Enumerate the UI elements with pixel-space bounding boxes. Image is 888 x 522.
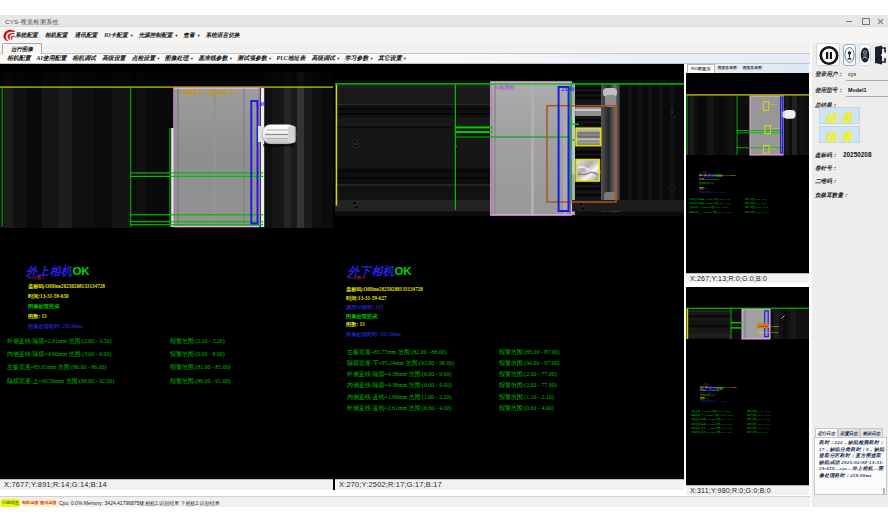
needle-number-label: 卷针号：	[815, 165, 837, 173]
admin-button[interactable]	[859, 44, 871, 66]
dropdown-arrow-icon: ▼	[175, 34, 179, 38]
result-box-top: 结果	[819, 107, 860, 124]
user-underline	[846, 80, 888, 81]
preview-panel-bottom[interactable]: 隔膜宽度-下 95.24mm 95.24mm 范围:(93.00 - 98.00…	[686, 287, 809, 495]
menu-item[interactable]: IO卡配置▼	[103, 30, 134, 42]
menu-bar: 系统配置 相机配置 通讯配置 IO卡配置▼ 光源控制配置▼ 查看▼ 系统语言切换	[0, 27, 888, 44]
minimize-icon[interactable]	[844, 16, 854, 26]
toolbar-item[interactable]: 相机配置	[7, 54, 32, 63]
dropdown-arrow-icon: ▼	[130, 34, 134, 38]
mini-info-line: 盘标码:Offline20250208133134728	[699, 174, 736, 177]
measurement-rows: 左极宽度=83.77mm 范围:(82.00 - 88.00)报警范围:(83.…	[347, 348, 454, 416]
menu-item[interactable]: 系统配置	[14, 30, 41, 42]
measurement-row: 左极宽度=83.05mm 范围:(80.00 - 86.00)报警范围:(81.…	[7, 363, 114, 376]
qr-code-label: 二维码：	[815, 178, 837, 186]
user-icon	[844, 45, 855, 65]
ng-annotation-highlight: 95.24mm	[757, 324, 769, 328]
left-camera-panel[interactable]: 下部阈值:93, 动态阈值:100 3.46 外上相机OK NG次数:1 盘标码…	[0, 64, 333, 490]
pause-icon	[818, 45, 840, 66]
measurement-row: 内侧直线-隔膜=4.60mm 范围:(3.00 - 6.00)报警范围:(0.0…	[7, 350, 114, 363]
exit-door-icon	[873, 44, 888, 66]
log-tab-run[interactable]: 运行日志	[815, 428, 838, 437]
preview-tab-quality-1[interactable]: 画质查看图	[715, 64, 740, 73]
log-scrollbar[interactable]	[883, 488, 885, 495]
toolbar-item[interactable]: 相机调试	[72, 54, 97, 63]
mini-info-line: 图像处理完成	[699, 182, 714, 185]
dropdown-arrow-icon: ▼	[336, 57, 340, 61]
toolbar-item[interactable]: 高级设置	[102, 54, 127, 63]
toolbar-item[interactable]: AI使用配置	[37, 54, 68, 63]
mini-info-line: 图像处理耗时: 256.00ms	[699, 191, 725, 194]
user-label: 登录用户：	[815, 71, 843, 79]
info-line: 盘标码:Offline20250208133134728	[28, 283, 105, 290]
pause-button[interactable]	[816, 43, 840, 66]
measurement-row: 内侧直线-隔膜=4.38mm 范围:(0.00 - 9.00)报警范围:(2.0…	[347, 381, 454, 392]
toolbar-item[interactable]: 基准线参数▼	[198, 54, 233, 63]
camera-result-status: 上相机1:识别结果 下相机1:识别结果	[140, 500, 220, 506]
preview-tab-ng[interactable]: NG图显示	[687, 64, 715, 73]
defect-label: 3.08 0.9	[770, 147, 778, 150]
dropdown-arrow-icon: ▼	[403, 57, 407, 61]
close-icon[interactable]	[875, 16, 885, 26]
maximize-icon[interactable]	[860, 16, 870, 26]
ng-annotation-2: 95.24mm	[770, 325, 780, 328]
model-underline	[846, 96, 888, 97]
dropdown-arrow-icon: ▼	[190, 57, 194, 61]
info-line: 盘标码:Offline20250208133134728	[346, 286, 423, 293]
log-panel[interactable]: 耗时：222，缺陷检测耗时：17，缺陷分类耗时：0，缺陷提取分区耗时：直方图提取…	[814, 437, 887, 495]
log-tab-error[interactable]: 错误日志	[860, 428, 883, 437]
user-value[interactable]: cys	[848, 71, 856, 77]
toolbar-item[interactable]: PLC地址表	[277, 54, 307, 63]
login-user-button[interactable]	[843, 44, 856, 66]
menu-item[interactable]: 相机配置	[44, 30, 71, 42]
toolbar-item[interactable]: 测试项参数▼	[237, 54, 272, 63]
menu-item[interactable]: 系统语言切换	[204, 30, 242, 42]
menu-item[interactable]: 通讯配置	[74, 30, 101, 42]
menu-item[interactable]: 光源控制配置▼	[137, 30, 179, 42]
toolbar-item[interactable]: 点检设置▼	[131, 54, 160, 63]
info-line: 调用AI耗时: 165	[346, 304, 383, 311]
tab-run-image[interactable]: 运行图像	[2, 43, 42, 54]
toolbar-item[interactable]: 高级调试▼	[311, 54, 340, 63]
dropdown-arrow-icon: ▼	[229, 57, 233, 61]
cursor-position-footer: X:270;Y:2502;R:17;G:17;B:17	[335, 479, 684, 490]
info-line: 图像处理完成	[346, 313, 377, 320]
measurement-row: 外侧直线-直线=2.61mm 范围:(0.60 - 4.00)报警范围:(0.6…	[347, 404, 454, 415]
info-line: 图像处理耗时: 183.00ms	[346, 331, 401, 338]
measurement-rows: 外侧直线-隔膜=2.91mm 范围:(2.00 - 3.50)报警范围:(2.2…	[7, 337, 114, 390]
mini-measurement-rows: 外侧直线-隔膜=2.91mm 范围:(2.00 - 3.50)报警范围:(2.2…	[689, 198, 731, 215]
admin-user-icon	[860, 45, 870, 65]
right-sidebar: 登录用户： cys 使用型号： Model1 总结果： 结果 结果 盘标码： 2…	[810, 43, 888, 507]
menu-item[interactable]: 查看▼	[182, 30, 201, 42]
info-line: 图数: 13	[346, 321, 365, 328]
camera-image-top	[0, 64, 333, 230]
measurement-row: 隔膜宽度-上=90.56mm 范围:(88.00 - 92.00)报警范围:(8…	[7, 377, 114, 390]
preview-tab-quality-2[interactable]: 画质查看图	[740, 64, 765, 73]
info-line: 时间:13-31-59-650	[28, 293, 69, 300]
dropdown-arrow-icon: ▼	[197, 34, 201, 38]
preview-image-bottom	[686, 287, 809, 341]
threshold-overlay-label: 下部阈值:93, 动态阈值:100	[178, 89, 236, 95]
cursor-position-footer: X:267;Y:13;R:0;G:0;B:0	[686, 273, 809, 283]
preview-panel-top[interactable]: 2.46 0.8 1.52 0.6 3.08 0.9 外上相机OK NG次数:1…	[686, 73, 809, 283]
heartbeat-status-badge: 心跳信息	[1, 499, 20, 507]
exit-button[interactable]	[873, 44, 888, 66]
model-label: 使用型号：	[815, 87, 843, 95]
model-value[interactable]: Model1	[848, 87, 867, 93]
measurement-row: 外侧直线-隔膜=4.38mm 范围:(0.00 - 9.00)报警范围:(2.0…	[347, 370, 454, 381]
ai-box-label: AI检测框	[494, 84, 515, 90]
log-tab-settings[interactable]: 设置日志	[838, 428, 861, 437]
measurement-row: 内侧直线-直线=1.90mm 范围:(1.00 - 2.20)报警范围:(1.1…	[347, 393, 454, 404]
mini-measurement-row: 隔膜宽度-上=90.56mm 范围:(88.00 - 92.00)报警范围:(8…	[689, 211, 731, 215]
ng-annotation-3: 范围:(93.00 - 98.00)	[757, 330, 778, 334]
bottom-camera-panel[interactable]: AI检测框 23.80 外下相机OK NG次数:0 盘标码:Offline202…	[335, 64, 684, 490]
toolbar-item[interactable]: 图像处理▼	[165, 54, 194, 63]
preview-image-top	[686, 73, 809, 157]
tray-code-value: 20250208	[843, 151, 871, 158]
mini-info-line: 图数: 13	[699, 187, 708, 190]
blue-measure-value: 3.46	[255, 101, 265, 107]
mini-measurement-rows: 左极宽度=83.77mm 范围:(82.00 - 88.00)报警范围:(83.…	[691, 410, 733, 436]
toolbar-item[interactable]: 其它设置▼	[378, 54, 407, 63]
toolbar-item[interactable]: 学习参数▼	[345, 54, 374, 63]
tray-code-label: 盘标码：	[815, 152, 837, 160]
